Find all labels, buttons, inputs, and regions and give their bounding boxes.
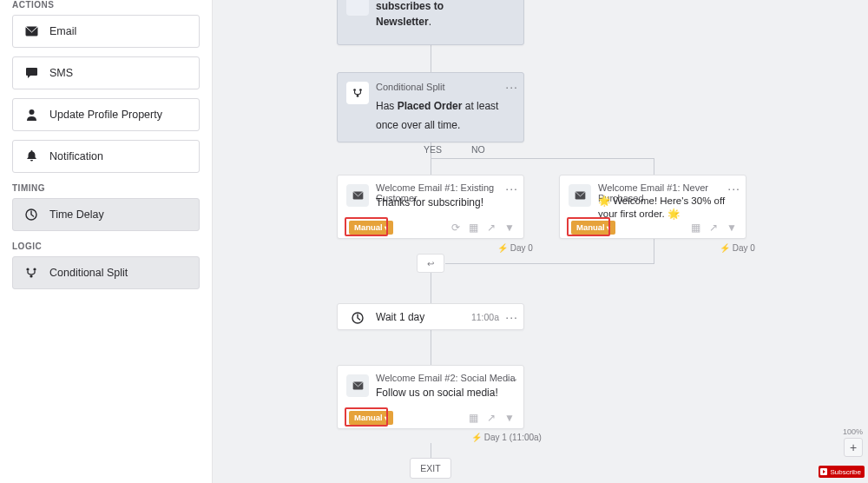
svg-point-7	[359, 89, 362, 91]
stats-icon[interactable]: ↗	[709, 222, 718, 234]
more-icon[interactable]: ···	[505, 80, 518, 94]
sidebar-item-notification[interactable]: Notification	[12, 140, 200, 173]
email-icon	[13, 26, 49, 36]
chevron-down-icon: ▾	[385, 414, 388, 422]
more-icon[interactable]: ···	[505, 310, 518, 324]
section-label-actions: ACTIONS	[12, 0, 200, 10]
sidebar-item-sms[interactable]: SMS	[12, 56, 200, 89]
card-actions: ⟳ ▦ ↗ ▼	[451, 222, 515, 234]
svg-point-1	[29, 109, 34, 115]
wait-time: 11:00a	[471, 312, 499, 322]
day-label: ⚡ Day 1 (11:00a)	[471, 433, 542, 442]
sidebar-item-label: SMS	[49, 67, 73, 79]
zoom-level: 100%	[843, 427, 863, 436]
svg-point-4	[33, 268, 36, 270]
more-icon[interactable]: ···	[727, 182, 740, 195]
conditional-split-node[interactable]: Conditional Split ··· Has Placed Order a…	[337, 72, 524, 142]
branch-icon	[13, 267, 49, 279]
section-label-logic: LOGIC	[12, 242, 200, 251]
branch-icon	[346, 82, 369, 104]
trigger-node[interactable]: When someone subscribes to Newsletter.	[337, 0, 524, 45]
sidebar-item-label: Email	[49, 25, 76, 37]
chevron-down-icon: ▾	[607, 224, 610, 232]
sms-icon	[13, 67, 49, 79]
connector	[431, 330, 431, 365]
connector	[431, 158, 654, 159]
chart-icon[interactable]: ▦	[469, 222, 478, 234]
wait-node[interactable]: Wait 1 day 11:00a ···	[337, 303, 524, 330]
chevron-down-icon: ▾	[385, 224, 388, 232]
day-label: ⚡ Day 0	[720, 243, 755, 253]
sidebar-item-update-profile[interactable]: Update Profile Property	[12, 98, 200, 131]
chart-icon[interactable]: ▦	[691, 222, 700, 234]
sidebar-item-label: Update Profile Property	[49, 109, 162, 121]
day-label: ⚡ Day 0	[497, 243, 533, 253]
status-pill[interactable]: Manual▾	[349, 221, 393, 235]
svg-point-3	[26, 268, 29, 270]
filter-icon[interactable]: ▼	[504, 412, 515, 424]
clock-icon	[13, 208, 49, 221]
status-pill[interactable]: Manual▾	[571, 221, 615, 235]
connector	[445, 263, 654, 264]
section-label-timing: TIMING	[12, 183, 200, 193]
svg-point-5	[30, 275, 32, 277]
email-subject: Thanks for subscribing!	[376, 196, 483, 208]
play-icon	[820, 468, 827, 475]
stats-icon[interactable]: ↗	[487, 412, 496, 424]
sidebar-item-conditional-split[interactable]: Conditional Split	[12, 256, 200, 289]
person-icon	[13, 109, 49, 121]
svg-point-6	[353, 89, 356, 91]
connector	[431, 158, 431, 175]
sidebar-item-label: Conditional Split	[49, 267, 128, 279]
subscribe-badge[interactable]: Subscribe	[819, 466, 865, 478]
more-icon[interactable]: ···	[505, 182, 518, 195]
stats-icon[interactable]: ↗	[487, 222, 496, 234]
trigger-text: When someone subscribes to Newsletter.	[376, 0, 499, 29]
exit-node: EXIT	[410, 458, 451, 479]
clock-icon	[346, 307, 369, 329]
flow-canvas: When someone subscribes to Newsletter. C…	[213, 0, 868, 483]
bell-icon	[13, 150, 49, 162]
sidebar-item-time-delay[interactable]: Time Delay	[12, 198, 200, 231]
card-actions: ▦ ↗ ▼	[469, 412, 515, 424]
branch-yes: YES	[424, 144, 442, 155]
email-subject: Follow us on social media!	[376, 387, 498, 399]
wait-label: Wait 1 day	[376, 311, 424, 323]
more-icon[interactable]: ···	[505, 372, 518, 386]
branch-no: NO	[471, 144, 485, 155]
sidebar-item-email[interactable]: Email	[12, 15, 200, 48]
email-icon	[346, 184, 369, 207]
email-title: Welcome Email #2: Social Media	[376, 373, 516, 383]
sidebar-item-label: Time Delay	[49, 208, 104, 221]
refresh-icon[interactable]: ⟳	[451, 222, 460, 234]
connector	[431, 45, 431, 72]
email-subject: 🌟 Welcome! Here's 30% off your first ord…	[598, 195, 737, 221]
merge-icon: ↩	[417, 254, 444, 273]
split-condition: Has Placed Order at least once over all …	[376, 96, 513, 133]
email-icon	[569, 184, 591, 207]
sidebar: ACTIONS Email SMS Update Profile Propert…	[0, 0, 213, 483]
email-icon	[346, 374, 369, 397]
email-node-social-media[interactable]: Welcome Email #2: Social Media ··· Follo…	[337, 365, 524, 429]
connector	[431, 443, 431, 458]
sidebar-item-label: Notification	[49, 150, 103, 162]
svg-point-8	[357, 95, 359, 97]
filter-icon[interactable]: ▼	[504, 222, 515, 234]
trigger-icon	[346, 0, 369, 16]
chart-icon[interactable]: ▦	[469, 412, 478, 424]
card-actions: ▦ ↗ ▼	[691, 222, 737, 234]
connector	[654, 158, 654, 175]
status-pill[interactable]: Manual▾	[349, 411, 393, 425]
email-node-existing-customer[interactable]: Welcome Email #1: Existing Customer ··· …	[337, 175, 524, 239]
zoom-in-button[interactable]: +	[844, 438, 863, 457]
filter-icon[interactable]: ▼	[727, 222, 737, 234]
split-title: Conditional Split	[376, 82, 445, 92]
email-node-never-purchased[interactable]: Welcome Email #1: Never Purchased ··· 🌟 …	[559, 175, 746, 239]
